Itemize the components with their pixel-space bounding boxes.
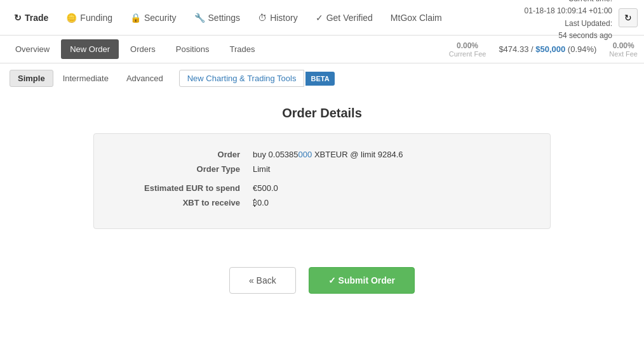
tab-advanced[interactable]: Advanced: [118, 70, 171, 87]
nav-security[interactable]: 🔒 Security: [123, 8, 184, 28]
xbt-value: ₿0.0: [253, 198, 269, 207]
main-content: Order Details Order buy 0.05385000 XBTEU…: [0, 93, 644, 306]
tab-intermediate[interactable]: Intermediate: [55, 70, 117, 87]
sec-nav-neworder[interactable]: New Order: [61, 39, 119, 59]
refresh-button[interactable]: ↻: [619, 8, 638, 27]
top-nav-right: Current time: 01-18-18 10:09:14 +01:00 L…: [521, 0, 638, 42]
secondary-nav-right: 0.00% Current Fee $474.33 / $50,000 (0.9…: [449, 41, 638, 58]
beta-badge: BETA: [305, 72, 334, 86]
security-icon: 🔒: [130, 13, 141, 23]
current-fee-info: 0.00% Current Fee: [449, 41, 486, 58]
nav-funding[interactable]: 🪙 Funding: [58, 8, 120, 28]
eur-row: Estimated EUR to spend €500.0: [113, 183, 531, 193]
nav-mtgox[interactable]: MtGox Claim: [383, 8, 450, 28]
balance-info: $474.33 / $50,000 (0.94%): [499, 44, 596, 54]
back-button[interactable]: « Back: [229, 267, 296, 294]
nav-trade[interactable]: ↻ Trade: [6, 8, 56, 28]
xbt-label: XBT to receive: [113, 198, 240, 207]
xbt-row: XBT to receive ₿0.0: [113, 198, 531, 207]
top-nav-left: ↻ Trade 🪙 Funding 🔒 Security 🔧 Settings …: [6, 8, 450, 28]
order-row: Order buy 0.05385000 XBTEUR @ limit 9284…: [113, 150, 531, 159]
nav-settings[interactable]: 🔧 Settings: [187, 8, 248, 28]
sec-nav-orders[interactable]: Orders: [121, 39, 164, 59]
eur-label: Estimated EUR to spend: [113, 183, 240, 193]
eur-value: €500.0: [253, 183, 278, 193]
verified-icon: ✓: [316, 13, 323, 23]
nav-getverified[interactable]: ✓ Get Verified: [308, 8, 380, 28]
sec-nav-overview[interactable]: Overview: [6, 39, 58, 59]
next-fee-info: 0.00% Next Fee: [609, 41, 638, 58]
tab-bar: Simple Intermediate Advanced New Chartin…: [0, 63, 644, 93]
order-type-value: Limit: [253, 164, 270, 174]
time-info: Current time: 01-18-18 10:09:14 +01:00 L…: [521, 0, 612, 42]
nav-history[interactable]: ⏱ History: [250, 8, 305, 28]
order-details-box: Order buy 0.05385000 XBTEUR @ limit 9284…: [93, 133, 551, 229]
last-updated-label: Last Updated: 54 seconds ago: [521, 18, 612, 42]
action-row: « Back ✓ Submit Order: [19, 267, 625, 294]
settings-icon: 🔧: [194, 13, 205, 23]
refresh-icon: ↻: [624, 13, 632, 23]
sec-nav-positions[interactable]: Positions: [167, 39, 218, 59]
tab-simple[interactable]: Simple: [10, 70, 53, 87]
order-label: Order: [113, 150, 240, 159]
order-value: buy 0.05385000 XBTEUR @ limit 9284.6: [253, 150, 403, 159]
charting-button[interactable]: New Charting & Trading Tools: [179, 70, 305, 87]
top-nav: ↻ Trade 🪙 Funding 🔒 Security 🔧 Settings …: [0, 0, 644, 36]
order-type-row: Order Type Limit: [113, 164, 531, 174]
submit-order-button[interactable]: ✓ Submit Order: [309, 267, 415, 294]
order-type-label: Order Type: [113, 164, 240, 174]
history-icon: ⏱: [258, 13, 267, 23]
trade-icon: ↻: [14, 13, 22, 23]
current-time-label: Current time: 01-18-18 10:09:14 +01:00: [521, 0, 612, 18]
secondary-nav-left: Overview New Order Orders Positions Trad…: [6, 39, 264, 59]
order-details-title: Order Details: [19, 106, 625, 121]
sec-nav-trades[interactable]: Trades: [221, 39, 264, 59]
funding-icon: 🪙: [66, 13, 77, 23]
